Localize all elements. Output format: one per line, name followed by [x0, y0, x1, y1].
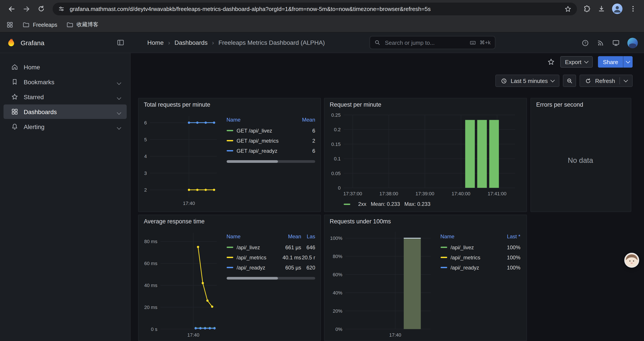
extensions-icon[interactable] — [583, 5, 591, 13]
legend-row[interactable]: /api/_readyz 100% — [440, 262, 520, 272]
legend-row[interactable]: GET /api/_readyz 6 — [226, 146, 315, 156]
series-name: /api/_readyz — [450, 264, 498, 270]
legend-scrollbar[interactable] — [226, 277, 315, 279]
legend-row[interactable]: /api/_metrics 40.1 ms 20.5 r — [226, 252, 315, 262]
sidebar-item-dashboards[interactable]: Dashboards — [4, 104, 127, 119]
series-color-icon — [226, 140, 233, 141]
panel-requests-under-100ms: Requests under 100ms 0%20%40%60%80%100%1… — [324, 215, 527, 341]
breadcrumb-item[interactable]: Dashboards — [164, 39, 208, 46]
sidebar-item-home[interactable]: Home — [4, 60, 127, 74]
bookmark-folder-freeleaps[interactable]: Freeleaps — [22, 21, 57, 29]
url-input[interactable] — [69, 5, 560, 13]
zoom-out-button[interactable] — [563, 75, 576, 87]
legend-col-mean[interactable]: Mean — [298, 117, 315, 123]
share-label[interactable]: Share — [598, 56, 623, 68]
search-input[interactable] — [384, 39, 466, 46]
svg-text:20%: 20% — [333, 308, 342, 314]
panel-request-per-minute: Request per minute 00.050.10.150.20.2517… — [324, 98, 527, 212]
sidebar-item-starred[interactable]: Starred — [4, 90, 127, 104]
bookmark-star-icon[interactable] — [564, 5, 572, 13]
chart-area[interactable]: 2345617:40 — [142, 112, 220, 209]
download-icon[interactable] — [598, 5, 606, 13]
sidebar-item-label: Bookmarks — [24, 78, 54, 85]
apps-grid-icon[interactable] — [6, 21, 14, 29]
url-bar[interactable] — [52, 3, 577, 15]
svg-text:60%: 60% — [333, 272, 342, 277]
legend-col-last[interactable]: Las — [301, 233, 315, 240]
svg-text:40%: 40% — [333, 290, 342, 295]
floating-assistant-avatar[interactable] — [624, 253, 639, 268]
svg-text:4: 4 — [144, 154, 147, 159]
panel-title[interactable]: Average response time — [144, 218, 204, 225]
sidebar-item-bookmarks[interactable]: Bookmarks — [4, 75, 127, 89]
breadcrumb-item[interactable]: Home — [147, 39, 164, 46]
legend-row[interactable]: GET /api/_metrics 2 — [226, 136, 315, 146]
news-icon[interactable] — [597, 39, 604, 47]
chevron-down-icon[interactable] — [118, 93, 120, 100]
breadcrumb-item[interactable]: Freeleaps Metrics Dashboard (ALPHA) — [208, 39, 325, 46]
scrollbar-thumb[interactable] — [226, 277, 278, 279]
help-icon[interactable]: ? — [581, 39, 589, 47]
legend-row[interactable]: /api/_livez 661 µs 646 — [226, 242, 315, 252]
browser-toolbar — [0, 0, 644, 18]
series-color-icon — [226, 247, 233, 248]
browser-menu-icon[interactable] — [629, 5, 637, 13]
share-menu-caret[interactable] — [623, 56, 632, 68]
legend-col-name[interactable]: Name — [440, 233, 498, 240]
series-color-icon — [440, 267, 447, 268]
legend-col-mean[interactable]: Mean — [277, 233, 301, 240]
legend-rows: /api/_livez 100% /api/_metrics 100% — [440, 242, 520, 272]
bookmark-folder-blogs[interactable]: 收藏博客 — [66, 21, 98, 29]
legend-row[interactable]: GET /api/_livez 6 — [226, 126, 315, 136]
folder-icon — [22, 21, 30, 29]
legend-scrollbar[interactable] — [226, 160, 315, 163]
forward-icon[interactable] — [19, 2, 33, 16]
refresh-button[interactable]: Refresh — [580, 75, 632, 87]
panel-title[interactable]: Requests under 100ms — [330, 218, 391, 225]
refresh-icon — [585, 78, 592, 84]
legend-inline[interactable]: 2xx Mean: 0.233 Max: 0.233 — [328, 199, 521, 209]
favorite-star-icon[interactable] — [547, 58, 555, 66]
header-actions: ? — [581, 33, 638, 53]
chart-area[interactable]: 0 s20 ms40 ms60 ms80 ms17:40 — [142, 228, 220, 340]
panel-title[interactable]: Request per minute — [330, 101, 382, 108]
chevron-down-icon[interactable] — [624, 78, 628, 82]
legend-col-name[interactable]: Name — [226, 233, 277, 240]
legend-row[interactable]: /api/_livez 100% — [440, 242, 520, 252]
chevron-down-icon[interactable] — [118, 78, 120, 85]
grafana-logo[interactable] — [6, 38, 16, 48]
svg-text:3: 3 — [144, 171, 147, 176]
panel-avg-response-time: Average response time 0 s20 ms40 ms60 ms… — [138, 215, 321, 341]
export-button[interactable]: Export — [560, 56, 593, 68]
back-icon[interactable] — [4, 2, 18, 16]
no-data-message: No data — [534, 112, 626, 209]
search-box[interactable]: ⌘+k — [370, 36, 496, 49]
monitor-icon[interactable] — [612, 39, 620, 47]
sidebar-item-alerting[interactable]: Alerting — [4, 119, 127, 134]
scrollbar-thumb[interactable] — [226, 160, 278, 163]
chevron-down-icon[interactable] — [118, 123, 120, 130]
site-info-icon[interactable] — [58, 5, 65, 12]
legend-row[interactable]: /api/_readyz 605 µs 620 — [226, 262, 315, 272]
chart-area[interactable]: 00.050.10.150.20.2517:37:0017:38:0017:39… — [328, 112, 521, 199]
panel-title[interactable]: Total requests per minute — [144, 101, 210, 108]
series-mean: 2 — [298, 138, 315, 144]
legend-row[interactable]: /api/_metrics 100% — [440, 252, 520, 262]
svg-text:0.1: 0.1 — [334, 156, 341, 162]
reload-icon[interactable] — [34, 2, 48, 16]
user-avatar[interactable] — [627, 38, 638, 48]
chart-area[interactable]: 0%20%40%60%80%100%17:40 — [328, 228, 434, 340]
panel-title[interactable]: Errors per second — [536, 101, 583, 108]
sidebar-toggle-icon[interactable] — [116, 39, 124, 47]
chevron-down-icon[interactable] — [118, 108, 120, 115]
legend-col-last[interactable]: Last * — [498, 233, 520, 240]
screen: Freeleaps 收藏博客 Grafana HomeDashboardsFre… — [0, 0, 644, 341]
time-range-button[interactable]: Last 5 minutes — [496, 75, 560, 87]
legend-header: Name Last * — [440, 233, 520, 242]
profile-avatar[interactable] — [612, 4, 622, 14]
sidebar-nav: Home Bookmarks Starred Dashbo — [0, 53, 131, 341]
svg-text:17:40: 17:40 — [188, 332, 200, 338]
svg-text:17:39:00: 17:39:00 — [416, 191, 434, 196]
share-button[interactable]: Share — [598, 56, 632, 68]
legend-col-name[interactable]: Name — [226, 117, 298, 123]
